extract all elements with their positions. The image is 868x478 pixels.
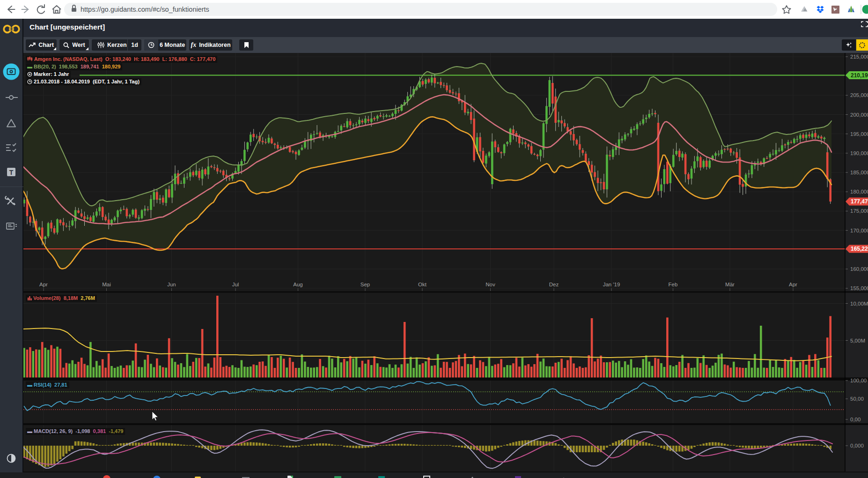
svg-text:Apr: Apr (789, 282, 797, 287)
svg-text:50,00: 50,00 (850, 396, 864, 402)
svg-text:155,000: 155,000 (850, 285, 868, 291)
svg-text:100,00: 100,00 (850, 378, 867, 383)
svg-text:215,000: 215,000 (850, 54, 868, 60)
svg-text:Apr: Apr (39, 282, 48, 287)
svg-text:Aug: Aug (293, 282, 302, 287)
svg-text:165,220: 165,220 (851, 246, 868, 252)
svg-text:Jan '19: Jan '19 (603, 282, 620, 287)
svg-text:Dez: Dez (549, 282, 559, 287)
svg-text:185,000: 185,000 (850, 170, 868, 175)
svg-text:200,000: 200,000 (850, 112, 868, 118)
svg-text:Okt: Okt (418, 282, 427, 287)
svg-text:177,470: 177,470 (851, 198, 868, 205)
svg-text:205,000: 205,000 (850, 92, 868, 98)
svg-text:210,190: 210,190 (851, 72, 868, 79)
svg-text:0,00: 0,00 (850, 417, 861, 422)
svg-text:0,000: 0,000 (850, 443, 864, 448)
svg-text:5,00M: 5,00M (850, 338, 865, 344)
svg-text:T: T (9, 169, 14, 176)
svg-text:Nov: Nov (485, 282, 495, 287)
svg-text:170,000: 170,000 (850, 228, 868, 233)
svg-text:Jul: Jul (232, 282, 239, 287)
svg-text:180,000: 180,000 (850, 189, 868, 194)
svg-text:160,000: 160,000 (850, 266, 868, 272)
svg-text:190,000: 190,000 (850, 150, 868, 156)
svg-text:Mai: Mai (102, 282, 111, 287)
svg-text:195,000: 195,000 (850, 131, 868, 137)
svg-text:Sep: Sep (360, 282, 370, 287)
svg-text:Jun: Jun (167, 282, 176, 287)
svg-text:10,00M: 10,00M (850, 301, 868, 306)
svg-text:Mär: Mär (725, 282, 735, 287)
svg-text:Feb: Feb (669, 282, 678, 287)
svg-text:175,000: 175,000 (850, 208, 868, 214)
svg-text:https://go.guidants.com/#c/so_: https://go.guidants.com/#c/so_funktionie… (81, 6, 209, 13)
